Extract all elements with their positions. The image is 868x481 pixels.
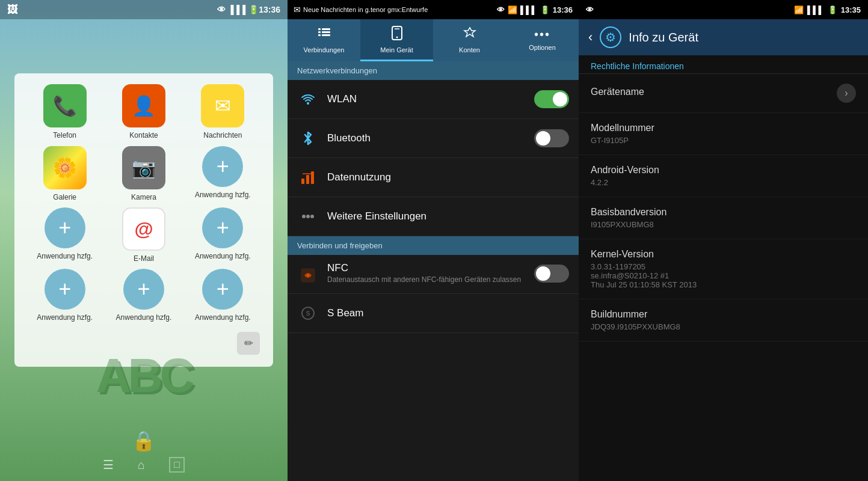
buildnummer-content: Buildnummer JDQ39.I9105PXXUBMG8: [591, 309, 856, 331]
mid-battery-icon: 🔋: [540, 5, 550, 14]
info-list: Gerätename › Modellnummer GT-I9105P Andr…: [579, 74, 868, 481]
app-add-5[interactable]: + Anwendung hzfg.: [111, 269, 177, 322]
svg-point-9: [307, 102, 309, 105]
settings-datennutzung[interactable]: Datennutzung: [288, 158, 579, 197]
wlan-title: WLAN: [327, 93, 526, 105]
svg-rect-3: [322, 31, 330, 33]
buildnummer-label: Buildnummer: [591, 309, 856, 320]
tab-mein-geraet-label: Mein Gerät: [380, 46, 413, 54]
app-row-1: 📞 Telefon 👤 Kontakte ✉ Nachrichten: [25, 84, 262, 139]
kontakte-icon: 👤: [122, 84, 165, 127]
app-galerie[interactable]: 🌼 Galerie: [32, 146, 98, 201]
optionen-icon: •••: [534, 28, 550, 41]
bluetooth-text: Bluetooth: [327, 132, 526, 144]
right-eye-icon: 👁: [586, 5, 594, 14]
message-icon: ✉: [294, 5, 301, 14]
add-label-5: Anwendung hzfg.: [116, 313, 172, 322]
left-eye-icon: 👁: [217, 5, 226, 14]
telefon-label: Telefon: [53, 131, 76, 139]
settings-wlan[interactable]: WLAN: [288, 80, 579, 119]
wlan-icon: [297, 88, 319, 110]
geraetename-label: Gerätename: [591, 87, 837, 97]
bluetooth-toggle-knob: [536, 131, 550, 146]
right-status-bar: 👁 📶 ▌▌▌ 🔋 13:35: [579, 0, 868, 19]
nfc-title: NFC: [327, 262, 526, 274]
android-version-content: Android-Version 4.2.2: [591, 165, 856, 187]
back-button[interactable]: ‹: [588, 29, 593, 45]
app-add-6[interactable]: + Anwendung hzfg.: [189, 269, 256, 322]
add-label-3: Anwendung hzfg.: [195, 252, 251, 260]
add-label-2: Anwendung hzfg.: [37, 252, 93, 260]
bluetooth-icon: [297, 127, 319, 149]
info-basisband: Basisbandversion I9105PXXUBMG8: [579, 197, 868, 239]
nachrichten-icon: ✉: [201, 84, 244, 127]
right-header: ‹ ⚙ Info zu Gerät: [579, 19, 868, 55]
settings-weitere[interactable]: Weitere Einstellungen: [288, 197, 579, 236]
modellnummer-content: Modellnummer GT-I9105P: [591, 123, 856, 145]
info-geraetename[interactable]: Gerätename ›: [579, 74, 868, 113]
mid-notification-area: ✉ Neue Nachrichten in g.tenor gmx:Entwur…: [294, 5, 493, 14]
add-label-6: Anwendung hzfg.: [195, 313, 251, 322]
app-kamera[interactable]: 📷 Kamera: [111, 146, 177, 201]
app-add-4[interactable]: + Anwendung hzfg.: [32, 269, 98, 322]
svg-point-17: [307, 274, 309, 277]
app-nachrichten[interactable]: ✉ Nachrichten: [189, 84, 256, 139]
section-verbinden: Verbinden und freigeben: [288, 236, 579, 255]
kernel-label: Kernel-Version: [591, 249, 856, 260]
tab-verbindungen[interactable]: Verbindungen: [288, 19, 360, 61]
app-row-3: + Anwendung hzfg. @ E-Mail + Anwendung h…: [25, 207, 262, 263]
mein-geraet-icon: [390, 26, 404, 44]
left-time: 13:36: [259, 5, 280, 14]
app-email[interactable]: @ E-Mail: [111, 207, 177, 263]
telefon-icon: 📞: [43, 84, 87, 127]
bg-decoration: ABC: [0, 331, 288, 421]
wlan-toggle[interactable]: [534, 90, 569, 108]
home-nav-icon[interactable]: ⌂: [138, 458, 145, 472]
tab-optionen[interactable]: ••• Optionen: [506, 19, 579, 61]
settings-bluetooth[interactable]: Bluetooth: [288, 119, 579, 158]
app-kontakte[interactable]: 👤 Kontakte: [111, 84, 177, 139]
app-add-1[interactable]: + Anwendung hzfg.: [189, 146, 256, 201]
svg-rect-5: [322, 34, 330, 36]
datennutzung-icon: [297, 167, 319, 188]
app-row-4: + Anwendung hzfg. + Anwendung hzfg. + An…: [25, 269, 262, 322]
weitere-text: Weitere Einstellungen: [327, 210, 569, 222]
galerie-icon: 🌼: [43, 146, 87, 189]
svg-rect-10: [301, 179, 304, 184]
left-bottom: 🔒 ☰ ⌂ □: [0, 421, 288, 481]
sbeam-icon: S: [297, 302, 319, 324]
email-icon: @: [122, 207, 165, 251]
bluetooth-toggle[interactable]: [534, 129, 569, 147]
info-section-label: Rechtliche Informationen: [591, 61, 684, 71]
back-nav-icon[interactable]: □: [169, 457, 185, 473]
nfc-toggle-knob: [536, 266, 550, 281]
datennutzung-title: Datennutzung: [327, 171, 569, 183]
datennutzung-text: Datennutzung: [327, 171, 569, 183]
kernel-value: 3.0.31-1197205 se.infra@S0210-12 #1 Thu …: [591, 262, 856, 289]
android-version-value: 4.2.2: [591, 178, 856, 187]
add-icon-3: +: [202, 207, 243, 248]
settings-sbeam[interactable]: S S Beam: [288, 294, 579, 333]
app-telefon[interactable]: 📞 Telefon: [32, 84, 98, 139]
tab-konten[interactable]: Konten: [433, 19, 506, 61]
mid-time: 13:36: [553, 5, 573, 14]
bluetooth-title: Bluetooth: [327, 132, 526, 144]
bottom-nav: ☰ ⌂ □: [103, 457, 185, 473]
add-label-1: Anwendung hzfg.: [195, 191, 251, 199]
left-signal-bars: ▌▌▌: [230, 5, 248, 14]
konten-icon: [463, 26, 477, 44]
app-add-3[interactable]: + Anwendung hzfg.: [189, 207, 256, 263]
nfc-toggle[interactable]: [534, 265, 569, 283]
menu-nav-icon[interactable]: ☰: [103, 458, 114, 472]
right-time: 13:35: [841, 5, 861, 14]
wlan-toggle-knob: [553, 92, 567, 106]
info-kernel: Kernel-Version 3.0.31-1197205 se.infra@S…: [579, 239, 868, 299]
app-add-2[interactable]: + Anwendung hzfg.: [32, 207, 98, 263]
svg-rect-11: [306, 175, 309, 184]
svg-rect-0: [318, 28, 321, 30]
mid-status-bar: ✉ Neue Nachrichten in g.tenor gmx:Entwur…: [288, 0, 579, 19]
tab-mein-geraet[interactable]: Mein Gerät: [360, 19, 433, 61]
verbindungen-icon: [317, 26, 331, 44]
svg-point-7: [396, 36, 398, 38]
settings-nfc[interactable]: NFC Datenaustausch mit anderen NFC-fähig…: [288, 255, 579, 294]
